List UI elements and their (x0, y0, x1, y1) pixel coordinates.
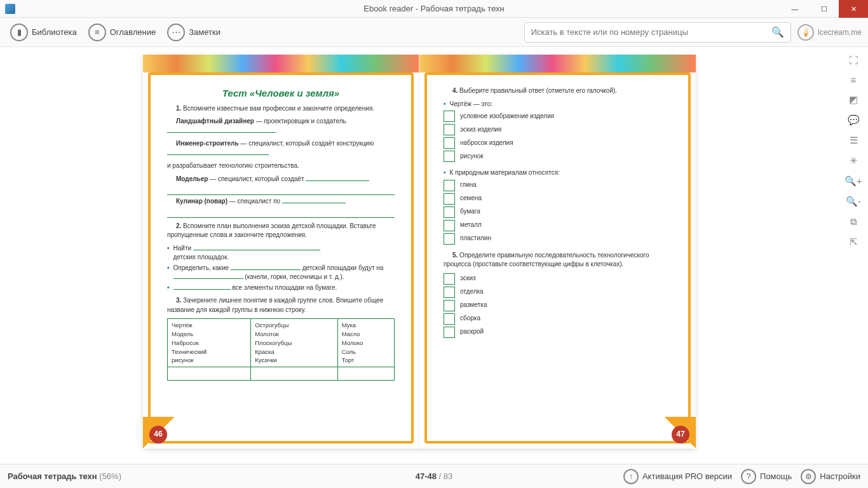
checkbox[interactable] (444, 124, 455, 135)
window-controls: — ☐ ✕ (780, 0, 868, 18)
export-icon[interactable]: ⇱ (850, 236, 858, 248)
q5-intro: 5. Определите правильную последовательно… (444, 251, 672, 269)
blank-line (167, 187, 395, 195)
list-icon: ≡ (88, 24, 106, 41)
comment-icon[interactable]: 💬 (848, 114, 860, 126)
bookmark-icon[interactable]: ◩ (849, 94, 858, 105)
checkbox[interactable] (444, 180, 455, 191)
activation-button[interactable]: ↑Активация PRO версии (623, 469, 732, 484)
up-arrow-icon: ↑ (623, 469, 639, 484)
checkbox[interactable] (444, 151, 455, 162)
checkbox[interactable] (444, 233, 455, 245)
table-cell: МукаМаслоМолокоСольТорт (337, 319, 394, 367)
zoom-out-icon[interactable]: 🔍- (846, 196, 861, 207)
checkbox-row: рисунок (444, 151, 672, 162)
contents-button[interactable]: ≡ Оглавление (85, 21, 159, 44)
q1-c: Модельер — специалист, который создаёт (167, 175, 395, 184)
notes-label: Заметки (189, 27, 220, 37)
brand-label: Icecream.me (818, 28, 862, 37)
q1-b: Инженер-строитель — специалист, который … (167, 139, 395, 158)
book-icon: ▮ (10, 24, 28, 41)
checkbox[interactable] (444, 300, 455, 311)
checkbox-row: условное изображение изделия (444, 111, 672, 122)
brightness-icon[interactable]: ✳ (850, 155, 858, 166)
q1-d: Кулинар (повар) — специалист по (167, 197, 395, 207)
test-title: Тест «Человек и земля» (167, 86, 395, 100)
table-cell (251, 367, 337, 381)
settings-button[interactable]: ⚙Настройки (801, 469, 860, 484)
table-cell (168, 367, 251, 381)
q1-b2: и разрабатывает технологию строительства… (167, 161, 395, 171)
checkbox-row: раскрой (444, 327, 672, 338)
checkbox-row: отделка (444, 287, 672, 298)
content-area: 46 Тест «Человек и земля» 1. Вспомните и… (0, 47, 868, 464)
checkbox-row: пластилин (444, 233, 672, 245)
q2-bullet-2: •Определить, какие детской площадки буду… (167, 264, 395, 282)
chat-icon: ⋯ (167, 24, 185, 41)
page-indicator: 47-48 / 83 (416, 471, 453, 481)
q1-a: Ландшафтный дизайнер — проектировщик и с… (167, 117, 395, 135)
checkbox-row: сборка (444, 313, 672, 325)
checkbox[interactable] (444, 207, 455, 218)
toc-icon[interactable]: ≡ (851, 74, 857, 85)
q1-intro: 1. Вспомните известные вам профессии и з… (167, 104, 395, 114)
toolbar: ▮ Библиотека ≡ Оглавление ⋯ Заметки 🔍 🍦 … (0, 18, 868, 47)
checkbox[interactable] (444, 111, 455, 122)
q3-intro: 3. Зачеркните лишнее понятие в каждой гр… (167, 296, 395, 315)
page-decoration (419, 55, 696, 72)
side-toolbar: ⛶ ≡ ◩ 💬 ☰ ✳ 🔍+ 🔍- ⧉ ⇱ (839, 47, 868, 464)
library-button[interactable]: ▮ Библиотека (6, 21, 81, 44)
minimize-button[interactable]: — (780, 0, 810, 18)
table-cell (337, 367, 394, 381)
search-box[interactable]: 🔍 (524, 22, 791, 43)
checkbox-row: эскиз (444, 273, 672, 285)
checkbox[interactable] (444, 137, 455, 149)
q2-intro: 2. Вспомните план выполнения эскиза детс… (167, 222, 395, 240)
zoom-in-icon[interactable]: 🔍+ (844, 175, 862, 187)
q2-bullet-1: •Найти детских площадок. (167, 244, 395, 262)
window-title: Ebook reader - Рабочая тетрадь техн (363, 4, 505, 13)
q4-intro: 4. Выберите правильный ответ (отметьте е… (444, 86, 672, 96)
blank-line (167, 210, 395, 218)
close-button[interactable]: ✕ (839, 0, 868, 18)
notes-button[interactable]: ⋯ Заметки (163, 21, 224, 44)
statusbar: Рабочая тетрадь техн (56%) 47-48 / 83 ↑А… (0, 464, 868, 488)
checkbox[interactable] (444, 327, 455, 338)
search-icon[interactable]: 🔍 (771, 26, 784, 38)
checkbox-row: набросок изделия (444, 137, 672, 149)
gear-icon: ⚙ (801, 469, 816, 484)
page-number-right: 47 (672, 426, 689, 444)
checkbox[interactable] (444, 313, 455, 325)
search-input[interactable] (531, 27, 771, 37)
titlebar: Ebook reader - Рабочая тетрадь техн — ☐ … (0, 0, 868, 18)
lines-icon[interactable]: ☰ (850, 135, 858, 146)
contents-label: Оглавление (110, 27, 156, 37)
app-icon (5, 4, 15, 14)
maximize-button[interactable]: ☐ (810, 0, 839, 18)
checkbox[interactable] (444, 273, 455, 285)
fullscreen-icon[interactable]: ⛶ (849, 55, 858, 65)
brand-link[interactable]: 🍦 Icecream.me (797, 24, 862, 41)
question-icon: ? (741, 469, 756, 484)
q4-a-head: •Чертёж — это: (444, 100, 672, 109)
q2-bullet-3: • все элементы площадки на бумаге. (167, 283, 395, 293)
book-spread: 46 Тест «Человек и земля» 1. Вспомните и… (143, 55, 696, 449)
library-label: Библиотека (32, 27, 77, 37)
checkbox[interactable] (444, 220, 455, 231)
book-title-status: Рабочая тетрадь техн (56%) (8, 471, 121, 481)
checkbox-row: металл (444, 220, 672, 231)
checkbox-row: эскиз изделия (444, 124, 672, 135)
page-left: 46 Тест «Человек и земля» 1. Вспомните и… (143, 55, 419, 449)
copy-icon[interactable]: ⧉ (850, 216, 857, 227)
checkbox[interactable] (444, 193, 455, 205)
q3-table: ЧертёжМодельНабросокТехническийрисунок О… (167, 318, 395, 381)
checkbox-row: семена (444, 193, 672, 205)
help-button[interactable]: ?Помощь (741, 469, 792, 484)
table-cell: ОстрогубцыМолотокПлоскогубцыКраскаКусачк… (251, 319, 337, 367)
checkbox[interactable] (444, 287, 455, 298)
page-decoration (143, 55, 419, 72)
page-number-left: 46 (149, 426, 167, 444)
icecream-icon: 🍦 (797, 24, 814, 41)
table-cell: ЧертёжМодельНабросокТехническийрисунок (168, 319, 251, 367)
page-right: 47 4. Выберите правильный ответ (отметьт… (419, 55, 696, 449)
